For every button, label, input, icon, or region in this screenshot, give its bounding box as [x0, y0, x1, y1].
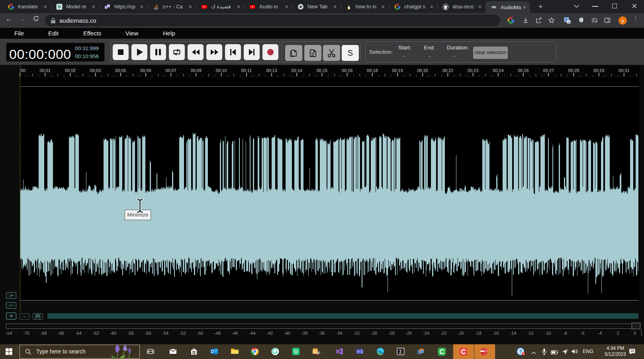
svg-text:-38: -38	[301, 331, 307, 336]
svg-text:-20: -20	[458, 331, 464, 336]
svg-text:?: ?	[519, 349, 522, 355]
svg-text:g: g	[568, 20, 570, 24]
svg-text:-50: -50	[197, 331, 204, 336]
svg-text:0: 0	[634, 331, 636, 336]
svg-text:00:13: 00:13	[266, 68, 277, 73]
svg-text:-32: -32	[353, 331, 360, 336]
svg-text:T: T	[357, 350, 360, 354]
svg-text:00:24: 00:24	[493, 68, 504, 73]
svg-text:-34: -34	[336, 331, 343, 336]
svg-text:-10: -10	[545, 331, 551, 336]
svg-text:00:15: 00:15	[317, 68, 328, 73]
svg-text:00:20: 00:20	[417, 68, 428, 73]
svg-text:-64: -64	[75, 331, 82, 336]
svg-text:-30: -30	[371, 331, 377, 336]
svg-text:00:19: 00:19	[392, 68, 403, 73]
svg-text:-12: -12	[527, 331, 534, 336]
svg-text:00:03: 00:03	[90, 68, 101, 73]
svg-text:00:10: 00:10	[216, 68, 227, 73]
svg-text:-62: -62	[93, 331, 99, 336]
svg-text:-8: -8	[563, 331, 567, 336]
svg-text:-28: -28	[388, 331, 395, 336]
svg-text:-48: -48	[214, 331, 221, 336]
svg-text:-44: -44	[249, 331, 255, 336]
svg-text:00:23: 00:23	[468, 68, 479, 73]
svg-text:Σ: Σ	[399, 349, 402, 355]
svg-text:00:16: 00:16	[342, 68, 353, 73]
svg-text:-54: -54	[162, 331, 168, 336]
svg-text:00:: 00:	[20, 68, 26, 73]
svg-text:-68: -68	[41, 331, 47, 336]
svg-text:00:07: 00:07	[165, 68, 176, 73]
svg-text:-14: -14	[510, 331, 516, 336]
svg-text:-16: -16	[493, 331, 499, 336]
svg-text:-40: -40	[284, 331, 290, 336]
svg-text:-70: -70	[23, 331, 29, 336]
svg-text:-42: -42	[266, 331, 273, 336]
svg-text:00:11: 00:11	[241, 68, 252, 73]
svg-text:-24: -24	[423, 331, 429, 336]
svg-text:-4: -4	[598, 331, 602, 336]
svg-text:-Inf: -Inf	[6, 331, 12, 336]
svg-text:-66: -66	[58, 331, 64, 336]
svg-text:00:22: 00:22	[442, 68, 454, 73]
svg-text:00:26: 00:26	[518, 68, 529, 73]
svg-text:00:28: 00:28	[568, 68, 579, 73]
svg-text:00:01: 00:01	[39, 68, 51, 73]
svg-text:00:09: 00:09	[191, 68, 202, 73]
svg-text:-52: -52	[180, 331, 186, 336]
svg-text:-22: -22	[440, 331, 447, 336]
svg-text:-60: -60	[110, 331, 116, 336]
svg-text:00:14: 00:14	[291, 68, 302, 73]
svg-text:-2: -2	[615, 331, 619, 336]
svg-text:-56: -56	[145, 331, 151, 336]
svg-text:-58: -58	[127, 331, 134, 336]
svg-text:-26: -26	[405, 331, 412, 336]
svg-text:00:29: 00:29	[593, 68, 605, 73]
svg-text:00:31: 00:31	[619, 68, 630, 73]
svg-text:00:02: 00:02	[65, 68, 76, 73]
svg-text:1: 1	[523, 352, 525, 355]
svg-text:-46: -46	[232, 331, 238, 336]
svg-text:-18: -18	[475, 331, 482, 336]
svg-text:00:27: 00:27	[543, 68, 554, 73]
svg-text:00:06: 00:06	[140, 68, 151, 73]
svg-text:00:05: 00:05	[115, 68, 126, 73]
svg-text:00:18: 00:18	[367, 68, 378, 73]
svg-text:-36: -36	[319, 331, 325, 336]
svg-text:-6: -6	[581, 331, 585, 336]
